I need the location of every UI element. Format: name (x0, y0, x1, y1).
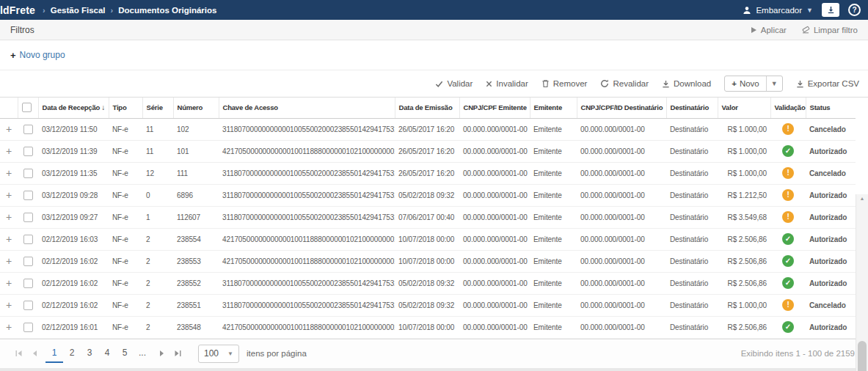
table-row[interactable]: +02/12/2019 16:02NF-e2238552311807000000… (0, 272, 856, 294)
apply-filter-button[interactable]: Aplicar (750, 26, 787, 34)
cell-tipo: NF-e (109, 250, 142, 272)
scroll-up-icon[interactable]: ▲ (856, 196, 868, 201)
row-expand-icon[interactable]: + (6, 189, 12, 201)
table-row[interactable]: +02/12/2019 16:02NF-e2238551311807000000… (0, 294, 856, 316)
table-row[interactable]: +03/12/2019 11:50NF-e1110231180700000000… (0, 118, 856, 140)
row-expand-icon[interactable]: + (6, 299, 12, 311)
header-numero[interactable]: Número (173, 98, 219, 118)
validation-warning-icon: ! (782, 211, 794, 223)
cell-validacao: ! (770, 118, 806, 140)
row-expand-icon[interactable]: + (6, 255, 12, 267)
cell-destinatario: Destinatário (666, 272, 718, 294)
cell-tipo: NF-e (109, 184, 142, 206)
topbar-download-button[interactable] (822, 3, 839, 17)
download-icon (796, 80, 804, 88)
first-page-button[interactable] (10, 348, 27, 359)
header-valor[interactable]: Valor (718, 98, 770, 118)
row-checkbox[interactable] (23, 213, 33, 222)
row-checkbox[interactable] (23, 279, 33, 288)
header-status[interactable]: Status (806, 98, 856, 118)
table-row[interactable]: +02/12/2019 16:02NF-e2238553421705000000… (0, 250, 856, 272)
table-row[interactable]: +03/12/2019 11:39NF-e1110142170500000000… (0, 140, 856, 162)
row-checkbox[interactable] (23, 323, 33, 332)
next-page-button[interactable] (154, 348, 169, 359)
page-button-3[interactable]: 3 (81, 344, 98, 363)
row-checkbox[interactable] (23, 169, 33, 178)
breadcrumb-separator-icon: › (111, 6, 114, 15)
app-logo[interactable]: ldFrete (0, 4, 35, 16)
page-size-select[interactable]: 100 ▼ (198, 345, 239, 363)
row-checkbox[interactable] (23, 191, 33, 200)
cell-validacao: ! (770, 184, 806, 206)
table-row[interactable]: +02/12/2019 16:01NF-e2238548421705000000… (0, 316, 856, 338)
help-button[interactable]: ? (848, 4, 861, 16)
scrollbar-thumb[interactable] (858, 341, 867, 371)
header-cnpj-destinatario[interactable]: CNPJ/CPF/ID Destinatário (577, 98, 666, 118)
row-checkbox[interactable] (23, 301, 33, 310)
prev-page-button[interactable] (27, 348, 43, 359)
new-document-button[interactable]: + Novo (725, 76, 767, 91)
page-button-2[interactable]: 2 (63, 344, 81, 363)
table-row[interactable]: +03/12/2019 11:35NF-e1211131180700000000… (0, 162, 856, 184)
header-emitente[interactable]: Emitente (530, 98, 577, 118)
cell-chave: 3118070000000000010055002000238550142941… (219, 206, 395, 228)
remove-button[interactable]: Remover (541, 79, 588, 88)
page-button-4[interactable]: 4 (98, 344, 116, 363)
vertical-scrollbar[interactable]: ▲ ▼ (856, 194, 868, 371)
row-checkbox[interactable] (23, 125, 33, 134)
table-row[interactable]: +02/12/2019 16:03NF-e2238554421705000000… (0, 228, 856, 250)
invalidate-label: Invalidar (496, 79, 528, 88)
cell-numero: 238554 (173, 228, 219, 250)
cell-cnpj_destinatario: 00.000.000/0001-00 (577, 140, 666, 162)
header-data-recepcao[interactable]: Data de Recepção↓ (38, 98, 109, 118)
header-validacao[interactable]: Validação (770, 98, 806, 118)
row-checkbox[interactable] (23, 147, 33, 156)
row-expand-icon[interactable]: + (6, 233, 12, 245)
row-checkbox[interactable] (23, 235, 33, 244)
breadcrumb-gestao-fiscal[interactable]: Gestão Fiscal (51, 6, 106, 15)
invalidate-button[interactable]: Invalidar (486, 79, 528, 88)
header-cnpj-emitente[interactable]: CNPJ/CPF Emitente (459, 98, 530, 118)
chevron-down-icon: ▼ (227, 350, 233, 357)
header-destinatario[interactable]: Destinatário (666, 98, 718, 118)
horizontal-scrollbar[interactable] (0, 368, 868, 371)
header-tipo[interactable]: Tipo (109, 98, 142, 118)
cell-chave: 3118070000000000010055002000238550142941… (219, 272, 395, 294)
clear-filter-button[interactable]: Limpar filtro (801, 26, 858, 34)
page-button-5[interactable]: 5 (116, 344, 134, 363)
cell-validacao: ✓ (770, 228, 806, 250)
user-menu[interactable]: Embarcador ▼ (743, 6, 813, 15)
select-all-checkbox[interactable] (22, 103, 32, 112)
row-expand-icon[interactable]: + (6, 211, 12, 223)
new-group-button[interactable]: + Novo grupo (10, 50, 65, 61)
row-expand-icon[interactable]: + (6, 167, 12, 179)
header-expand (0, 98, 18, 118)
export-csv-button[interactable]: Exportar CSV (796, 79, 859, 88)
new-document-dropdown-button[interactable]: ▼ (767, 76, 782, 91)
cell-destinatario: Destinatário (666, 118, 718, 140)
cell-recepcao: 02/12/2019 16:01 (38, 316, 109, 338)
table-row[interactable]: +03/12/2019 09:28NF-e0689631180700000000… (0, 184, 856, 206)
row-expand-icon[interactable]: + (6, 277, 12, 289)
header-data-emissao[interactable]: Data de Emissão (395, 98, 459, 118)
filters-bar: Filtros Aplicar Limpar filtro (0, 20, 868, 40)
cell-tipo: NF-e (109, 316, 142, 338)
row-expand-icon[interactable]: + (6, 321, 12, 333)
cell-serie: 2 (142, 316, 173, 338)
revalidate-button[interactable]: Revalidar (600, 79, 649, 88)
validation-warning-icon: ! (782, 167, 794, 179)
page-button-1[interactable]: 1 (45, 344, 63, 363)
page-ellipsis[interactable]: ... (134, 344, 151, 363)
row-expand-icon[interactable]: + (6, 145, 12, 157)
download-button[interactable]: Download (662, 79, 711, 88)
table-row[interactable]: +03/12/2019 09:27NF-e1112607311807000000… (0, 206, 856, 228)
last-page-button[interactable] (169, 348, 186, 359)
header-serie[interactable]: Série (142, 98, 173, 118)
breadcrumb-documentos-originarios[interactable]: Documentos Originários (118, 6, 216, 15)
validate-button[interactable]: Validar (435, 79, 473, 88)
header-chave-acesso[interactable]: Chave de Acesso (219, 98, 395, 118)
download-icon (827, 6, 835, 14)
row-expand-icon[interactable]: + (6, 123, 12, 135)
row-checkbox[interactable] (23, 257, 33, 266)
cell-expand: + (0, 272, 18, 294)
